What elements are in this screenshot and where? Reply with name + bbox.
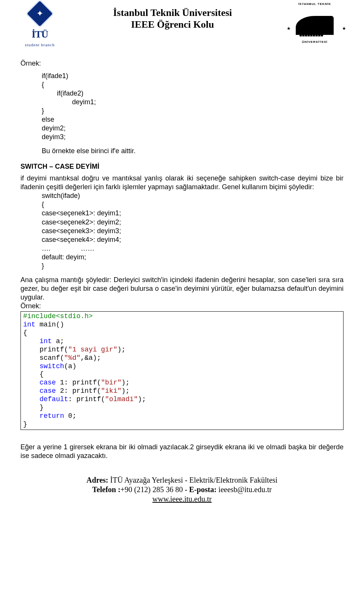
code-token: int bbox=[23, 321, 35, 328]
header-title-line2: IEEE Öğrenci Kolu bbox=[131, 19, 214, 30]
footer-mail-label: E-posta: bbox=[189, 485, 217, 494]
code-token: "%d" bbox=[64, 354, 80, 362]
code-token: default bbox=[39, 395, 68, 403]
code-line: } bbox=[23, 420, 27, 428]
code-token: int bbox=[39, 337, 52, 345]
code-line: case<seçenek2>: deyim2; bbox=[42, 218, 121, 226]
code-token: "olmadi" bbox=[105, 395, 138, 403]
code-line: deyim2; bbox=[42, 124, 66, 132]
code-token: (a) bbox=[64, 362, 76, 370]
footer-addr-label: Adres: bbox=[86, 476, 108, 484]
code-line: { bbox=[42, 201, 44, 208]
explain-paragraph: Ana çalışma mantığı şöyledir: Derleyici … bbox=[20, 276, 344, 302]
code-token: ,&a); bbox=[80, 354, 101, 362]
code-token bbox=[23, 387, 39, 395]
itu-piano-logo: İSTANBUL TEKNİK ★ ★ ÜNİVERSİTESİ bbox=[284, 4, 345, 45]
code-token: ); bbox=[117, 346, 126, 353]
code-token bbox=[23, 362, 39, 370]
code-line: deyim3; bbox=[42, 133, 66, 141]
code-token: case bbox=[39, 379, 56, 386]
code-line: #include<stdio.h> bbox=[23, 312, 93, 320]
footer-address-line: Adres: İTÜ Ayazağa Yerleşkesi - Elektrik… bbox=[20, 475, 344, 485]
footer-tel-text: +90 (212) 285 36 80 - bbox=[121, 485, 189, 494]
example1-note: Bu örnekte else birinci if'e aittir. bbox=[42, 147, 344, 155]
header-title: İstanbul Teknik Üniversitesi IEEE Öğrenc… bbox=[61, 4, 284, 30]
page: ✦ İTÜ student branch İstanbul Teknik Üni… bbox=[0, 0, 364, 596]
star-icon: ★ bbox=[342, 26, 346, 31]
code-token bbox=[23, 379, 39, 386]
ieee-diamond-icon: ✦ bbox=[26, 0, 54, 28]
code-token: 0; bbox=[64, 412, 76, 420]
example1-code: if(ifade1) { if(ifade2) deyim1; } else d… bbox=[42, 72, 344, 141]
itu-logo-left: ✦ İTÜ student branch bbox=[19, 4, 61, 47]
code-line: { bbox=[23, 370, 44, 378]
code-token: 1: printf( bbox=[56, 379, 101, 386]
code-line: { bbox=[42, 81, 44, 88]
footer-addr-text: İTÜ Ayazağa Yerleşkesi - Elektrik/Elektr… bbox=[108, 476, 278, 484]
footer-web-text: www.ieee.itu.edu.tr bbox=[152, 495, 212, 503]
ring-text-bottom: ÜNİVERSİTESİ bbox=[286, 40, 343, 44]
code-token: main() bbox=[35, 321, 64, 328]
code-token: case bbox=[39, 387, 56, 395]
code-line: } bbox=[42, 107, 44, 114]
code-token: 2: printf( bbox=[56, 387, 101, 395]
page-header: ✦ İTÜ student branch İstanbul Teknik Üni… bbox=[19, 4, 345, 49]
code-token bbox=[23, 337, 39, 345]
student-branch-text: student branch bbox=[25, 42, 55, 47]
code-line: else bbox=[42, 116, 54, 123]
example1-label: Örnek: bbox=[20, 59, 344, 68]
switch-paragraph: if deyimi mantıksal doğru ve mantıksal y… bbox=[20, 174, 344, 191]
code-token bbox=[23, 412, 39, 420]
piano-keys-icon bbox=[300, 31, 323, 36]
body-content: Örnek: if(ifade1) { if(ifade2) deyim1; }… bbox=[19, 49, 345, 504]
code-line: …. …… bbox=[42, 245, 94, 252]
footer-tel-label: Telefon : bbox=[92, 485, 120, 494]
code-token: return bbox=[39, 412, 64, 420]
code-line: } bbox=[23, 404, 44, 411]
ring-text-top: İSTANBUL TEKNİK bbox=[286, 2, 343, 6]
code-line: } bbox=[42, 262, 44, 270]
switch-code: switch(ifade) { case<seçenek1>: deyim1; … bbox=[42, 191, 344, 270]
code-token: : printf( bbox=[68, 395, 105, 403]
footer-contact-line: Telefon :+90 (212) 285 36 80 - E-posta: … bbox=[20, 485, 344, 494]
code-token: scanf( bbox=[23, 354, 64, 362]
code-token: switch bbox=[39, 362, 64, 370]
code-token: "bir" bbox=[101, 379, 121, 386]
code-line: if(ifade1) bbox=[42, 72, 68, 80]
code-line: case<seçenek3>: deyim3; bbox=[42, 227, 121, 235]
code-token: ); bbox=[121, 387, 130, 395]
after-paragraph: Eğer a yerine 1 girersek ekrana bir iki … bbox=[20, 443, 344, 460]
header-title-line1: İstanbul Teknik Üniversitesi bbox=[113, 7, 232, 18]
code-line: { bbox=[23, 329, 27, 337]
itu-text: İTÜ bbox=[31, 29, 48, 40]
code-token: ); bbox=[138, 395, 146, 403]
code-token: a; bbox=[52, 337, 64, 345]
code-line: if(ifade2) bbox=[42, 89, 83, 97]
code-token: ); bbox=[121, 379, 130, 386]
code-token bbox=[23, 395, 39, 403]
star-icon: ★ bbox=[287, 26, 291, 31]
code-line: case<seçenek4>: deyim4; bbox=[42, 236, 121, 243]
footer-web-line: www.ieee.itu.edu.tr bbox=[20, 494, 344, 504]
code-line: deyim1; bbox=[42, 98, 96, 106]
example2-label: Örnek: bbox=[20, 302, 344, 311]
c-sample-code: #include<stdio.h> int main() { int a; pr… bbox=[20, 311, 344, 430]
code-token: "1 sayi gir" bbox=[68, 346, 118, 353]
code-token: "iki" bbox=[101, 387, 121, 395]
footer-mail-text: ieeesb@itu.edu.tr bbox=[217, 485, 272, 494]
switch-title: SWITCH – CASE DEYİMİ bbox=[20, 162, 344, 171]
code-line: default: deyim; bbox=[42, 253, 86, 261]
page-footer: Adres: İTÜ Ayazağa Yerleşkesi - Elektrik… bbox=[20, 475, 344, 504]
code-line: case<seçenek1>: deyim1; bbox=[42, 209, 121, 217]
code-token: printf( bbox=[23, 346, 68, 353]
code-line: switch(ifade) bbox=[42, 192, 80, 199]
